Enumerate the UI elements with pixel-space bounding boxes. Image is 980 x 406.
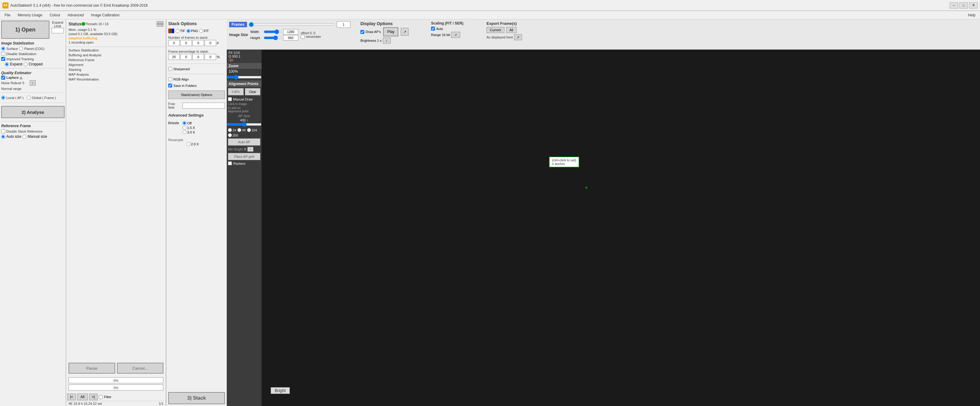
canvas-area[interactable]: (ctrl+click to set) n anchor + Bright (262, 50, 980, 406)
frames-row: Frames (229, 21, 350, 28)
all-button[interactable]: All (506, 27, 517, 33)
frames-number-input[interactable] (337, 21, 350, 28)
color-box (168, 29, 174, 33)
disable-stabilization-checkbox[interactable] (1, 52, 5, 56)
remember-checkbox[interactable] (301, 35, 305, 39)
expand-limit-input[interactable] (51, 28, 64, 33)
place-ap-grid-button[interactable]: Place AP grid (228, 153, 260, 160)
frames-slider[interactable] (249, 22, 335, 27)
manual-draw-checkbox[interactable] (228, 97, 232, 101)
resample-2x-radio[interactable] (186, 142, 190, 146)
steps-list: Surface Stabilization Buffering and Anal… (66, 47, 166, 82)
double-stack-checkbox[interactable] (1, 129, 5, 133)
cropped-radio[interactable] (24, 62, 28, 66)
frames-count-input-4[interactable] (205, 40, 216, 46)
tif-radio[interactable] (175, 29, 180, 33)
drizzle-3x-radio[interactable] (183, 130, 186, 134)
export-as-displayed-button[interactable]: ↗ (514, 34, 522, 40)
frames-count-input-2[interactable] (180, 40, 192, 46)
drizzle-15x-radio[interactable] (183, 126, 186, 130)
width-input[interactable] (283, 29, 298, 35)
format-row: TIF PNG FIT (168, 29, 225, 33)
resample-2x-radio-label: 2.0 X (186, 142, 225, 146)
ap-size-slider[interactable] (227, 122, 262, 127)
global-radio[interactable] (27, 96, 30, 100)
open-button[interactable]: 1) Open (1, 21, 49, 39)
surface-radio[interactable] (1, 47, 5, 51)
menu-colour[interactable]: Colour (46, 12, 64, 19)
replace-checkbox[interactable] (228, 161, 232, 165)
save-folders-checkbox[interactable] (168, 84, 172, 87)
laplace-checkbox[interactable] (1, 76, 5, 79)
menu-memory[interactable]: Memory Usage (14, 12, 46, 19)
expand-limit-col: Expand Limit (51, 21, 65, 33)
pct-input-3[interactable] (192, 54, 204, 60)
draw-aps-checkbox[interactable] (360, 30, 364, 34)
ap-radio-group: 24 48 104 2 (227, 127, 262, 138)
ap-tooltip: (ctrl+click to set) n anchor (549, 157, 579, 167)
improved-tracking-checkbox[interactable] (1, 57, 5, 61)
clear-button[interactable]: Clear (245, 88, 261, 95)
brightness-down-button[interactable]: ↗ (401, 28, 409, 36)
progress-text-1: 0% (114, 377, 119, 384)
pct-input-1[interactable] (168, 54, 180, 60)
auto-checkbox[interactable] (431, 27, 435, 30)
frames-count-input-3[interactable] (192, 40, 204, 46)
auto-label: Auto (436, 27, 443, 30)
replace-label: Replace (233, 162, 245, 165)
fit-radio[interactable] (199, 29, 203, 33)
height-slider[interactable] (264, 35, 282, 40)
noise-adjust-button[interactable]: ↕ (30, 80, 36, 86)
nav-first-button[interactable]: |< (67, 393, 76, 400)
drizzle-15x-radio-label: 1.5 X (183, 126, 195, 130)
ap-24-radio[interactable] (228, 128, 232, 132)
ap-104-radio[interactable] (247, 128, 251, 132)
sharpened-checkbox[interactable] (168, 67, 172, 71)
play-button[interactable]: Play (383, 27, 398, 36)
planet-radio[interactable] (19, 47, 23, 51)
ap-200-radio[interactable] (228, 133, 232, 137)
min-bright-adjust-button[interactable]: ↕ (247, 147, 253, 152)
menu-file[interactable]: File (1, 12, 14, 19)
analyse-button[interactable]: 2) Analyse (1, 106, 65, 118)
frames-label: Frames (229, 22, 247, 27)
minimize-button[interactable]: ─ (950, 2, 958, 8)
scaling-as-displayed-button[interactable]: ↗ (451, 32, 460, 38)
width-slider[interactable] (264, 29, 282, 34)
rgb-align-checkbox[interactable] (168, 77, 172, 81)
bottom-status: #E 15.8 h 15.24.22 ser 1/1 (66, 401, 166, 406)
local-radio[interactable] (1, 96, 5, 100)
menu-image-calibration[interactable]: Image Calibration (88, 12, 123, 19)
menu-advanced[interactable]: Advanced (64, 12, 87, 19)
nav-last-button[interactable]: >| (89, 393, 98, 400)
stack-button[interactable]: 3) Stack (168, 392, 225, 404)
pct-input-4[interactable] (205, 54, 216, 60)
restore-button[interactable]: □ (959, 2, 968, 8)
drizzle-label: Drizzle (168, 121, 179, 125)
current-button[interactable]: Current (487, 27, 504, 33)
zoom-slider[interactable] (227, 75, 262, 79)
height-input[interactable] (283, 35, 298, 41)
cancel-button[interactable]: Cancel... (117, 363, 164, 374)
free-field-label: Free field (168, 102, 181, 109)
frames-count-input-1[interactable] (168, 40, 180, 46)
filter-checkbox[interactable] (99, 395, 103, 399)
manual-size-radio[interactable] (22, 135, 26, 139)
ap-48-radio[interactable] (237, 128, 241, 132)
nav-all-button[interactable]: All (77, 393, 88, 400)
brightness-adjust-button[interactable]: ↕ (383, 38, 391, 44)
png-radio[interactable] (186, 29, 190, 33)
close-button[interactable]: ✕ (969, 2, 978, 8)
menu-help[interactable]: Help (964, 12, 979, 19)
auto-size-radio[interactable] (1, 135, 5, 139)
free-field-input[interactable] (183, 103, 225, 109)
ap-count-button[interactable]: 0 APs (228, 88, 244, 95)
stack-name-button[interactable]: Stack(name) Options (168, 90, 225, 99)
expand-radio[interactable] (5, 62, 9, 66)
pct-input-2[interactable] (180, 54, 192, 60)
auto-ap-button[interactable]: Auto AP (228, 138, 260, 146)
pause-button[interactable]: Pause (68, 363, 115, 374)
drizzle-off-radio[interactable] (183, 121, 186, 125)
improved-tracking-label: Improved Tracking (6, 57, 33, 61)
local-label: Local ( AP ) (6, 96, 24, 100)
